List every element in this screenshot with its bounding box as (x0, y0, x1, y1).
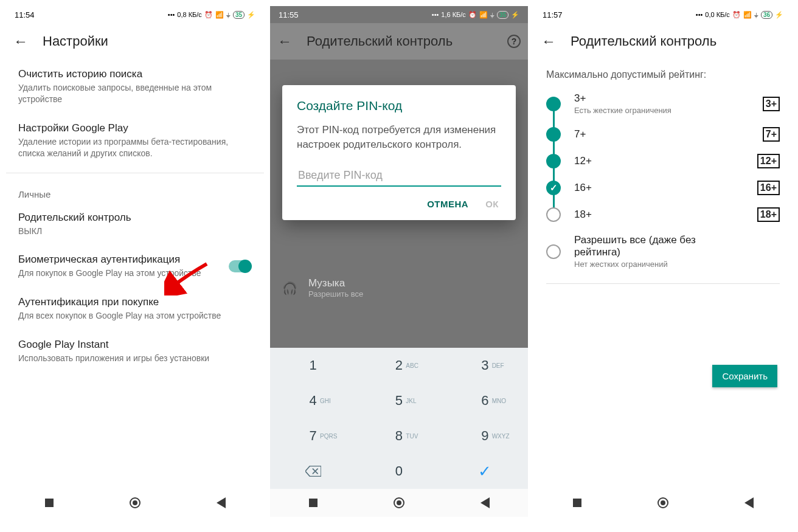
key-1[interactable]: 1 (270, 348, 356, 383)
charging-icon: ⚡ (775, 11, 783, 19)
dialog-title: Создайте PIN-код (297, 98, 501, 113)
rating-badge-7: 7+ (763, 127, 780, 142)
nav-back-icon[interactable] (215, 497, 226, 508)
alarm-icon: ⏰ (468, 11, 477, 19)
nav-home-icon[interactable] (657, 497, 668, 508)
nav-bar (534, 489, 792, 517)
nav-recent-icon[interactable] (572, 497, 583, 508)
alarm-icon: ⏰ (204, 11, 213, 19)
status-bar: 11:54 •••0,8 КБ/с ⏰ 📶 ⏚ 35 ⚡ (6, 6, 264, 23)
rating-18plus[interactable]: 18+ 18+ (534, 201, 792, 228)
dialog-text: Этот PIN-код потребуется для изменения н… (297, 123, 501, 152)
phone-pin-dialog: 11:55 •••1,6 КБ/с ⏰ 📶 ⏚ 35 ⚡ ← Родительс… (270, 6, 528, 517)
key-confirm[interactable]: ✓ (442, 454, 528, 489)
back-icon[interactable]: ← (13, 33, 28, 50)
radio-icon (546, 154, 561, 168)
pin-input[interactable] (297, 165, 501, 187)
status-right: •••0,8 КБ/с ⏰ 📶 ⏚ 35 ⚡ (168, 11, 255, 19)
nav-bar (270, 489, 528, 517)
page-title: Настройки (43, 33, 108, 49)
key-7[interactable]: 7 PQRS (270, 418, 356, 454)
item-clear-history[interactable]: Очистить историю поиска Удалить поисковы… (6, 60, 264, 114)
item-biometric-auth[interactable]: Биометрическая аутентификация Для покупо… (6, 245, 264, 288)
appbar: ← Родительский контроль (534, 23, 792, 60)
rating-heading: Максимально допустимый рейтинг: (534, 60, 792, 86)
status-bar: 11:57 •••0,0 КБ/с ⏰ 📶 ⏚ 36 ⚡ (534, 6, 792, 23)
rating-badge-12: 12+ (757, 154, 780, 168)
battery-icon: 36 (761, 11, 772, 19)
divider (6, 173, 264, 173)
item-gplay-instant[interactable]: Google Play Instant Использовать приложе… (6, 330, 264, 373)
wifi-icon: ⏚ (226, 11, 231, 18)
signal-icon: 📶 (743, 11, 752, 19)
appbar: ← Родительский контроль ? (270, 23, 528, 60)
phone-rating-select: 11:57 •••0,0 КБ/с ⏰ 📶 ⏚ 36 ⚡ ← Родительс… (534, 6, 792, 517)
key-5[interactable]: 5 JKL (356, 383, 442, 418)
section-personal: Личные (6, 178, 264, 203)
alarm-icon: ⏰ (732, 11, 741, 19)
key-9[interactable]: 9 WXYZ (442, 418, 528, 454)
save-button[interactable]: Сохранить (712, 365, 777, 387)
radio-icon (546, 207, 561, 222)
rating-12plus[interactable]: 12+ 12+ (534, 148, 792, 174)
radio-icon (546, 127, 561, 142)
charging-icon: ⚡ (247, 11, 255, 19)
battery-icon: 35 (233, 11, 245, 19)
ok-button[interactable]: ОК (485, 199, 499, 209)
key-4[interactable]: 4 GHI (270, 383, 356, 418)
key-2[interactable]: 2 ABC (356, 348, 442, 383)
biometric-toggle[interactable] (229, 260, 251, 272)
nav-home-icon[interactable] (394, 497, 404, 508)
item-gplay-settings[interactable]: Настройки Google Play Удаление истории и… (6, 114, 264, 168)
key-8[interactable]: 8 TUV (356, 418, 442, 454)
rating-3plus[interactable]: 3+ Есть жесткие ограничения 3+ (534, 86, 792, 121)
item-parental-control[interactable]: Родительский контроль ВЫКЛ (6, 203, 264, 246)
signal-icon: 📶 (215, 11, 224, 19)
radio-checked-icon (546, 181, 561, 195)
page-title: Родительский контроль (307, 33, 453, 49)
divider (546, 283, 780, 284)
rating-allow-all[interactable]: Разрешить все (даже без рейтинга) Нет же… (534, 228, 792, 275)
radio-icon (546, 97, 561, 111)
headphones-icon: 🎧 (282, 281, 297, 295)
key-0[interactable]: 0 (356, 454, 442, 489)
nav-bar (6, 489, 264, 517)
charging-icon: ⚡ (511, 11, 519, 19)
back-icon[interactable]: ← (277, 33, 292, 50)
status-time: 11:55 (279, 10, 299, 19)
nav-recent-icon[interactable] (308, 497, 319, 508)
item-purchase-auth[interactable]: Аутентификация при покупке Для всех поку… (6, 288, 264, 330)
rating-badge-3: 3+ (763, 97, 780, 111)
wifi-icon: ⏚ (754, 11, 758, 18)
rating-7plus[interactable]: 7+ 7+ (534, 121, 792, 148)
status-time: 11:54 (15, 10, 35, 19)
key-6[interactable]: 6 MNO (442, 383, 528, 418)
wifi-icon: ⏚ (490, 11, 494, 18)
appbar: ← Настройки (6, 23, 264, 60)
numeric-keypad: 1 2 ABC 3 DEF 4 GHI 5 JKL 6 MNO 7 PQRS 8… (270, 348, 528, 489)
item-music-behind: 🎧 Музыка Разрешить все (270, 268, 528, 308)
page-title: Родительский контроль (571, 33, 716, 49)
rating-16plus[interactable]: 16+ 16+ (534, 174, 792, 201)
rating-badge-18: 18+ (757, 207, 780, 222)
phone-settings: 11:54 •••0,8 КБ/с ⏰ 📶 ⏚ 35 ⚡ ← Настройки… (6, 6, 264, 517)
key-3[interactable]: 3 DEF (442, 348, 528, 383)
battery-icon: 35 (497, 11, 508, 19)
status-bar: 11:55 •••1,6 КБ/с ⏰ 📶 ⏚ 35 ⚡ (270, 6, 528, 23)
signal-icon: 📶 (479, 11, 488, 19)
radio-icon (546, 244, 561, 259)
key-backspace[interactable] (270, 454, 356, 489)
pin-dialog: Создайте PIN-код Этот PIN-код потребуетс… (282, 85, 516, 220)
help-icon[interactable]: ? (507, 35, 521, 48)
status-time: 11:57 (543, 10, 563, 19)
nav-back-icon[interactable] (479, 497, 490, 508)
back-icon[interactable]: ← (541, 33, 556, 50)
nav-recent-icon[interactable] (44, 497, 55, 508)
rating-badge-16: 16+ (757, 181, 780, 195)
nav-home-icon[interactable] (130, 497, 141, 508)
cancel-button[interactable]: ОТМЕНА (427, 199, 468, 209)
nav-back-icon[interactable] (743, 497, 754, 508)
